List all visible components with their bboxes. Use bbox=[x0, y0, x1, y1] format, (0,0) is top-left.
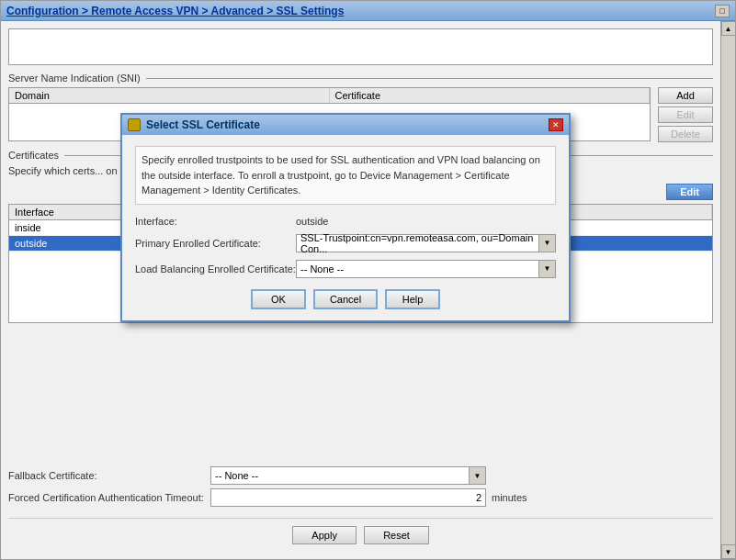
modal-primary-value: SSL-Trustpoint:cn=vpn.remoteasa.com, ou=… bbox=[297, 232, 538, 254]
modal-primary-label: Primary Enrolled Certificate: bbox=[135, 238, 296, 249]
modal-primary-dropdown[interactable]: SSL-Trustpoint:cn=vpn.remoteasa.com, ou=… bbox=[296, 234, 556, 252]
modal-buttons: OK Cancel Help bbox=[135, 289, 556, 309]
main-window: Configuration > Remote Access VPN > Adva… bbox=[0, 0, 736, 560]
modal-interface-row: Interface: outside bbox=[135, 216, 556, 227]
modal-title: Select SSL Certificate bbox=[128, 118, 260, 131]
title-bar-controls: □ bbox=[715, 5, 730, 17]
modal-primary-row: Primary Enrolled Certificate: SSL-Trustp… bbox=[135, 234, 556, 252]
modal-description: Specify enrolled trustpoints to be used … bbox=[135, 146, 556, 205]
modal-overlay: Select SSL Certificate ✕ Specify enrolle… bbox=[1, 21, 735, 559]
modal-lb-dropdown[interactable]: -- None -- ▼ bbox=[296, 260, 556, 278]
modal-lb-arrow[interactable]: ▼ bbox=[538, 261, 555, 277]
cert-icon bbox=[128, 118, 141, 131]
content-area: ▲ ▼ Server Name Indication (SNI) Domain … bbox=[1, 21, 735, 559]
title-bar: Configuration > Remote Access VPN > Adva… bbox=[1, 1, 735, 21]
modal-interface-value: outside bbox=[296, 216, 328, 227]
modal-lb-row: Load Balancing Enrolled Certificate: -- … bbox=[135, 260, 556, 278]
modal-cancel-button[interactable]: Cancel bbox=[313, 289, 378, 309]
modal-dialog: Select SSL Certificate ✕ Specify enrolle… bbox=[120, 113, 571, 322]
modal-lb-value: -- None -- bbox=[297, 263, 538, 274]
modal-ok-button[interactable]: OK bbox=[251, 289, 306, 309]
maximize-button[interactable]: □ bbox=[715, 5, 730, 17]
modal-lb-label: Load Balancing Enrolled Certificate: bbox=[135, 263, 296, 274]
breadcrumb: Configuration > Remote Access VPN > Adva… bbox=[6, 5, 344, 17]
modal-interface-label: Interface: bbox=[135, 216, 296, 227]
modal-body: Specify enrolled trustpoints to be used … bbox=[122, 135, 569, 320]
modal-title-bar: Select SSL Certificate ✕ bbox=[122, 115, 569, 135]
modal-close-button[interactable]: ✕ bbox=[549, 118, 563, 131]
modal-primary-arrow[interactable]: ▼ bbox=[538, 235, 555, 252]
modal-help-button[interactable]: Help bbox=[385, 289, 440, 309]
